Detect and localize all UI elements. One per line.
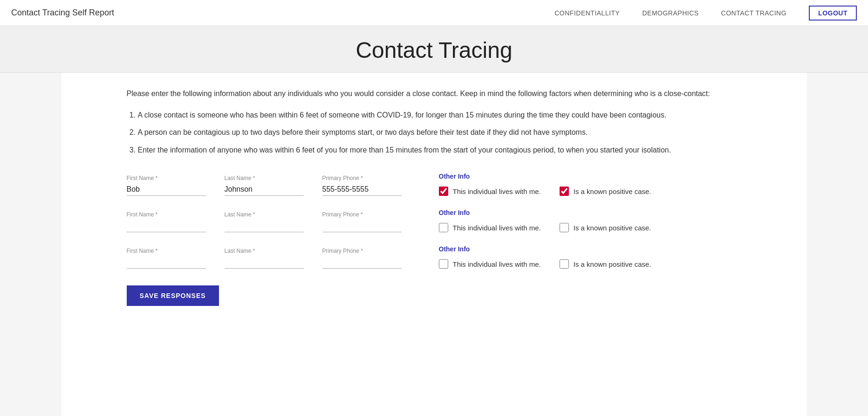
checkbox-row-1: This individual lives with me. Is a know… [439, 187, 651, 196]
last-name-input-2[interactable] [225, 220, 304, 232]
checkbox-row-3: This individual lives with me. Is a know… [439, 259, 651, 269]
lives-with-me-checkbox-2[interactable] [439, 223, 448, 232]
known-positive-label-3: Is a known positive case. [574, 260, 651, 268]
checkbox-row-2: This individual lives with me. Is a know… [439, 223, 651, 232]
first-name-label-1: First Name * [127, 175, 206, 181]
known-positive-3[interactable]: Is a known positive case. [560, 259, 651, 269]
other-info-2: Other Info This individual lives with me… [439, 209, 651, 232]
first-name-label-2: First Name * [127, 211, 206, 218]
last-name-group-3: Last Name * [225, 248, 304, 269]
contact-row-1: First Name * Last Name * Primary Phone *… [127, 173, 742, 196]
known-positive-checkbox-1[interactable] [560, 187, 569, 196]
known-positive-checkbox-2[interactable] [560, 223, 569, 232]
phone-input-1[interactable] [322, 183, 402, 196]
main-nav: CONFIDENTIALLITY DEMOGRAPHICS CONTACT TR… [554, 6, 857, 21]
page-title-section: Contact Tracing [0, 26, 868, 73]
lives-with-me-label-1: This individual lives with me. [453, 187, 541, 195]
phone-group-1: Primary Phone * [322, 175, 402, 196]
other-info-label-1: Other Info [439, 173, 651, 180]
instructions-list: A close contact is someone who has been … [138, 109, 742, 156]
contact-row-3: First Name * Last Name * Primary Phone *… [127, 245, 742, 269]
lives-with-me-label-3: This individual lives with me. [453, 260, 541, 268]
logout-button[interactable]: LOGOUT [809, 6, 857, 21]
main-content: Please enter the following information a… [62, 73, 807, 416]
other-info-label-3: Other Info [439, 245, 651, 253]
page-title: Contact Tracing [0, 37, 868, 63]
instruction-3: Enter the information of anyone who was … [138, 144, 742, 156]
known-positive-2[interactable]: Is a known positive case. [560, 223, 651, 232]
first-name-input-3[interactable] [127, 256, 206, 269]
intro-text: Please enter the following information a… [127, 88, 742, 100]
last-name-label-1: Last Name * [225, 175, 304, 181]
lives-with-me-label-2: This individual lives with me. [453, 224, 541, 232]
known-positive-label-1: Is a known positive case. [574, 187, 651, 195]
known-positive-1[interactable]: Is a known positive case. [560, 187, 651, 196]
phone-group-2: Primary Phone * [322, 211, 402, 232]
phone-label-2: Primary Phone * [322, 211, 402, 218]
other-info-1: Other Info This individual lives with me… [439, 173, 651, 196]
contact-row-2: First Name * Last Name * Primary Phone *… [127, 209, 742, 232]
other-info-3: Other Info This individual lives with me… [439, 245, 651, 269]
phone-label-3: Primary Phone * [322, 248, 402, 254]
instruction-2: A person can be contagious up to two day… [138, 126, 742, 139]
nav-confidentiality[interactable]: CONFIDENTIALLITY [554, 9, 620, 17]
phone-group-3: Primary Phone * [322, 248, 402, 269]
header: Contact Tracing Self Report CONFIDENTIAL… [0, 0, 868, 26]
first-name-group-2: First Name * [127, 211, 206, 232]
last-name-label-3: Last Name * [225, 248, 304, 254]
instruction-1: A close contact is someone who has been … [138, 109, 742, 121]
lives-with-me-1[interactable]: This individual lives with me. [439, 187, 541, 196]
first-name-group-3: First Name * [127, 248, 206, 269]
app-title: Contact Tracing Self Report [11, 8, 114, 18]
last-name-input-3[interactable] [225, 256, 304, 269]
lives-with-me-2[interactable]: This individual lives with me. [439, 223, 541, 232]
nav-demographics[interactable]: DEMOGRAPHICS [642, 9, 698, 17]
first-name-input-1[interactable] [127, 183, 206, 196]
last-name-group-1: Last Name * [225, 175, 304, 196]
first-name-label-3: First Name * [127, 248, 206, 254]
phone-input-2[interactable] [322, 220, 402, 232]
known-positive-label-2: Is a known positive case. [574, 224, 651, 232]
first-name-group-1: First Name * [127, 175, 206, 196]
lives-with-me-3[interactable]: This individual lives with me. [439, 259, 541, 269]
known-positive-checkbox-3[interactable] [560, 259, 569, 269]
last-name-group-2: Last Name * [225, 211, 304, 232]
other-info-label-2: Other Info [439, 209, 651, 216]
last-name-input-1[interactable] [225, 183, 304, 196]
last-name-label-2: Last Name * [225, 211, 304, 218]
phone-input-3[interactable] [322, 256, 402, 269]
lives-with-me-checkbox-3[interactable] [439, 259, 448, 269]
save-responses-button[interactable]: SAVE RESPONSES [127, 285, 219, 306]
phone-label-1: Primary Phone * [322, 175, 402, 181]
nav-contact-tracing[interactable]: CONTACT TRACING [721, 9, 787, 17]
lives-with-me-checkbox-1[interactable] [439, 187, 448, 196]
first-name-input-2[interactable] [127, 220, 206, 232]
